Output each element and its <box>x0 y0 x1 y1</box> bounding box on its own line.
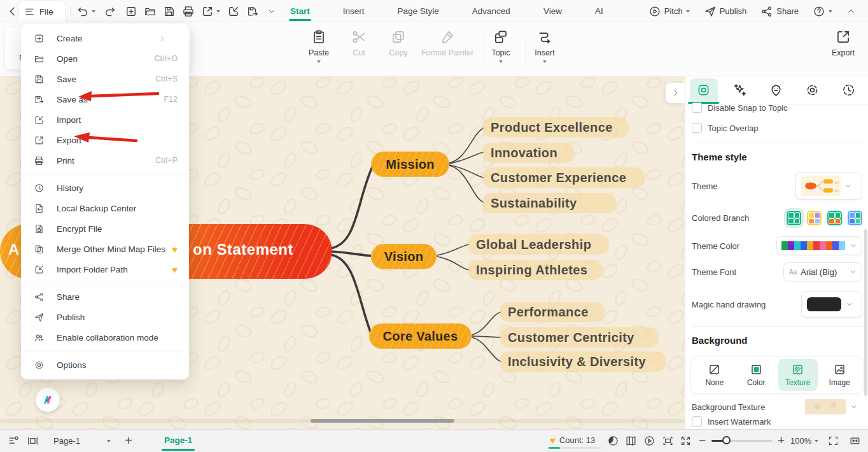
tab-advanced[interactable]: Advanced <box>456 0 527 22</box>
subtopic-inspiring-athletes[interactable]: Inspiring Athletes <box>468 260 603 280</box>
help-button[interactable] <box>807 0 838 22</box>
share-button[interactable]: Share <box>755 0 804 22</box>
canvas-scrollbar-thumb[interactable] <box>311 419 454 423</box>
menu-item-publish[interactable]: Publish <box>21 307 189 327</box>
watermark-checkbox-row[interactable]: Insert Watermark <box>692 416 862 427</box>
subtopic-sustainability[interactable]: Sustainability <box>482 193 616 213</box>
menu-item-save[interactable]: SaveCtrl+S <box>21 69 189 89</box>
background-option-texture[interactable]: Texture <box>778 359 818 391</box>
subtopic-inclusivity-diversity[interactable]: Inclusivity & Diversity <box>500 351 666 372</box>
fit-frame-button[interactable] <box>662 435 674 447</box>
save-button[interactable] <box>163 0 176 22</box>
print-button[interactable] <box>182 0 195 22</box>
colored-branch-swatch-2[interactable] <box>807 211 822 225</box>
menu-item-export[interactable]: Export <box>21 130 189 150</box>
menu-item-print[interactable]: PrintCtrl+P <box>21 150 189 171</box>
theme-color-select[interactable] <box>776 236 862 255</box>
task-timer-button[interactable] <box>607 435 619 447</box>
panel-tab-ai[interactable] <box>722 76 758 104</box>
branch-node-core-values[interactable]: Core Values <box>369 323 472 349</box>
pitch-button[interactable]: Pitch <box>643 0 696 22</box>
expand-button[interactable] <box>680 435 692 447</box>
menu-item-import[interactable]: Import <box>21 109 189 130</box>
topic-count[interactable]: ♥ Count: 13 <box>550 435 595 446</box>
menu-item-options[interactable]: Options <box>21 355 189 375</box>
magic-hand-select[interactable] <box>801 291 862 318</box>
menu-item-local-backup-center[interactable]: Local Backup Center <box>21 198 189 218</box>
menu-item-import-folder-path[interactable]: Import Folder Path♥ <box>21 259 189 279</box>
menu-item-merge-other-mind-map-files[interactable]: Merge Other Mind Map Files♥ <box>21 239 189 259</box>
zoom-slider[interactable] <box>711 440 773 442</box>
slideshow-button[interactable] <box>27 435 39 447</box>
zoom-slider-knob[interactable] <box>722 436 731 444</box>
subtopic-global-leadership[interactable]: Global Leadership <box>468 234 609 255</box>
file-menu-button[interactable]: File <box>19 1 65 22</box>
redo-button[interactable] <box>104 0 116 22</box>
tab-start[interactable]: Start <box>274 0 326 22</box>
zoom-slider-track[interactable] <box>711 440 773 442</box>
menu-item-open[interactable]: OpenCtrl+O <box>21 48 189 69</box>
panel-tab-history[interactable] <box>830 76 867 104</box>
panel-tab-theme[interactable] <box>685 76 722 104</box>
paste-caret-icon[interactable] <box>317 60 321 63</box>
format-painter-button[interactable]: Format Painter <box>416 29 479 57</box>
zoom-level-select[interactable]: 100% <box>790 436 818 446</box>
menu-item-history[interactable]: History <box>21 178 189 198</box>
menu-item-encrypt-file[interactable]: Encrypt File <box>21 218 189 239</box>
theme-select[interactable] <box>795 172 862 200</box>
open-button[interactable] <box>144 0 157 22</box>
watermark-checkbox[interactable] <box>692 416 702 427</box>
theme-font-select[interactable]: Aa Arial (Big) <box>783 262 862 281</box>
fullscreen-button[interactable] <box>827 435 839 447</box>
tab-insert[interactable]: Insert <box>326 0 381 22</box>
import-quick-button[interactable] <box>227 0 240 22</box>
presentation-button[interactable] <box>643 435 655 447</box>
colored-branch-swatch-3[interactable] <box>827 211 842 225</box>
page-select[interactable]: Page-1 <box>53 436 111 446</box>
snap-checkbox-row[interactable]: Disable Snap to Topic <box>692 102 862 113</box>
topic-caret-icon[interactable] <box>499 60 503 63</box>
page-tab-active[interactable]: Page-1 <box>159 435 197 445</box>
tab-page-style[interactable]: Page Style <box>381 0 456 22</box>
subtopic-performance[interactable]: Performance <box>500 302 605 322</box>
insert-topic-button[interactable]: Insert <box>519 29 570 63</box>
zoom-out-button[interactable]: − <box>699 434 706 448</box>
background-texture-select[interactable] <box>801 399 862 415</box>
new-document-button[interactable] <box>125 0 137 22</box>
panel-collapse-button[interactable] <box>666 83 685 103</box>
menu-item-create[interactable]: Create <box>21 28 189 48</box>
branch-node-mission[interactable]: Mission <box>371 152 449 177</box>
add-page-button[interactable]: + <box>125 434 132 448</box>
outline-button[interactable] <box>8 435 20 447</box>
menu-item-enable-collaboration-mode[interactable]: Enable collaboration mode <box>21 327 189 348</box>
zoom-in-button[interactable]: + <box>778 434 785 448</box>
overlap-checkbox[interactable] <box>692 123 702 133</box>
topic-button[interactable]: Topic <box>475 29 526 63</box>
menu-item-share[interactable]: Share <box>21 286 189 307</box>
collapse-ribbon-button[interactable] <box>841 0 862 22</box>
export-quick-button[interactable] <box>201 0 220 22</box>
overlap-checkbox-row[interactable]: Topic Overlap <box>692 123 862 133</box>
subtopic-product-excellence[interactable]: Product Excellence <box>482 117 629 138</box>
undo-button[interactable] <box>76 0 95 22</box>
subtopic-innovation[interactable]: Innovation <box>482 143 574 163</box>
panel-tab-style[interactable] <box>794 76 830 104</box>
snap-checkbox[interactable] <box>692 102 702 113</box>
export-button[interactable]: Export <box>818 29 868 57</box>
export-caret-icon[interactable] <box>216 10 220 13</box>
colored-branch-swatch-4[interactable] <box>848 211 862 225</box>
subtopic-customer-experience[interactable]: Customer Experience <box>482 167 645 188</box>
navigation-map-button[interactable] <box>625 435 637 447</box>
colored-branch-swatch-1[interactable] <box>787 211 801 225</box>
panel-tab-sticker[interactable] <box>758 76 794 104</box>
background-option-image[interactable]: Image <box>820 359 859 391</box>
subtopic-customer-centricity[interactable]: Customer Centricity <box>500 327 659 348</box>
branch-node-vision[interactable]: Vision <box>371 244 437 269</box>
tab-view[interactable]: View <box>527 0 578 22</box>
background-option-none[interactable]: None <box>695 359 734 391</box>
publish-button[interactable]: Publish <box>698 0 753 22</box>
tab-ai[interactable]: AI <box>578 0 620 22</box>
fit-width-button[interactable] <box>849 435 861 447</box>
menu-item-save-as[interactable]: Save asF12 <box>21 89 189 109</box>
edrawmind-logo[interactable] <box>36 388 60 412</box>
